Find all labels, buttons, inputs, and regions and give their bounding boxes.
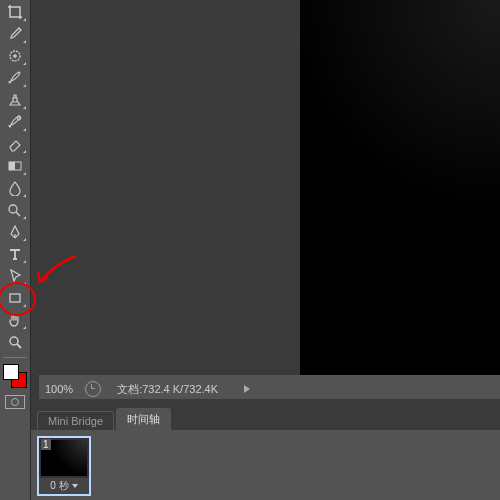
zoom-level[interactable]: 100%	[39, 383, 79, 395]
tool-pen[interactable]	[3, 222, 27, 242]
tool-history-brush[interactable]	[3, 112, 27, 132]
timeline-panel: 1 0 秒	[31, 430, 500, 500]
tool-blur[interactable]	[3, 178, 27, 198]
doc-prefix: 文档:	[117, 383, 142, 395]
tool-crop[interactable]	[3, 2, 27, 22]
tool-hand[interactable]	[3, 310, 27, 330]
svg-point-4	[9, 205, 17, 213]
svg-point-6	[10, 337, 18, 345]
timeline-frame[interactable]: 1 0 秒	[37, 436, 91, 496]
tool-clone-stamp[interactable]	[3, 90, 27, 110]
quick-mask-toggle[interactable]	[3, 394, 27, 410]
tool-dodge[interactable]	[3, 200, 27, 220]
document-area: 100% 文档:732.4 K/732.4K	[31, 0, 500, 407]
play-icon[interactable]	[244, 385, 250, 393]
foreground-color-swatch[interactable]	[3, 364, 19, 380]
tool-path-select[interactable]	[3, 266, 27, 286]
tools-toolbar	[0, 0, 31, 500]
tool-type[interactable]	[3, 244, 27, 264]
frame-duration[interactable]: 0 秒	[39, 478, 89, 494]
status-bar: 100% 文档:732.4 K/732.4K	[39, 375, 500, 399]
tab-timeline[interactable]: 时间轴	[116, 408, 171, 430]
svg-rect-3	[9, 162, 15, 170]
canvas[interactable]	[300, 0, 500, 375]
frame-duration-label: 0 秒	[50, 479, 68, 493]
tool-rectangle[interactable]	[3, 288, 27, 308]
color-swatches[interactable]	[3, 364, 27, 388]
tool-zoom[interactable]	[3, 332, 27, 352]
frame-number: 1	[41, 439, 51, 450]
clock-icon[interactable]	[85, 381, 101, 397]
tool-gradient[interactable]	[3, 156, 27, 176]
tool-brush[interactable]	[3, 68, 27, 88]
tool-eyedropper[interactable]	[3, 24, 27, 44]
chevron-down-icon	[72, 484, 78, 488]
tab-mini-bridge[interactable]: Mini Bridge	[37, 411, 114, 430]
tool-eraser[interactable]	[3, 134, 27, 154]
doc-value: 732.4 K/732.4K	[142, 383, 218, 395]
tool-spot-heal[interactable]	[3, 46, 27, 66]
document-info[interactable]: 文档:732.4 K/732.4K	[107, 382, 218, 397]
svg-rect-5	[10, 294, 20, 302]
panel-tabs: Mini Bridge 时间轴	[31, 410, 500, 431]
